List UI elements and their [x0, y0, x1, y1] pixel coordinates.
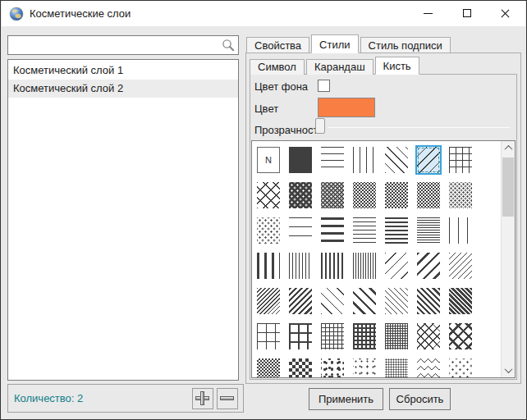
- scrollbar-thumb[interactable]: [502, 158, 514, 217]
- layer-list-item[interactable]: Косметический слой 2: [8, 80, 238, 98]
- pattern-swatch-light-vertical[interactable]: [449, 217, 472, 244]
- search-input[interactable]: [8, 36, 218, 54]
- apply-button[interactable]: Применить: [309, 388, 383, 410]
- reset-button[interactable]: Сбросить: [389, 388, 451, 410]
- cosmetic-layers-dialog: Косметические слои Косметический слой 1К…: [0, 0, 527, 420]
- brush-pattern-grid: N: [252, 141, 501, 378]
- pattern-swatch-large-checker[interactable]: [289, 358, 312, 378]
- pattern-swatch-light-bdiag[interactable]: [321, 288, 344, 314]
- color-label: Цвет: [254, 103, 278, 115]
- pattern-swatch-dense-vertical[interactable]: [353, 253, 376, 279]
- tab-styles[interactable]: Стили: [311, 34, 358, 53]
- pattern-swatch-diagonal-cross[interactable]: [257, 182, 280, 208]
- pattern-swatch-light-horizontal[interactable]: [289, 217, 312, 244]
- tab-pencil[interactable]: Карандаш: [306, 59, 373, 75]
- pattern-swatch-dense-horizontal[interactable]: [417, 217, 440, 244]
- brush-pattern-panel: N: [251, 140, 516, 378]
- pattern-swatch-forward-diagonal[interactable]: [417, 147, 440, 173]
- pattern-swatch-none[interactable]: N: [257, 147, 280, 173]
- pattern-swatch-backward-diagonal[interactable]: [385, 147, 408, 173]
- pattern-swatch-narrow-vertical[interactable]: [289, 253, 312, 279]
- pattern-swatch-horizontal[interactable]: [321, 147, 344, 173]
- pattern-swatch-small-checker[interactable]: [257, 358, 280, 378]
- pattern-swatch-dense-bdiag[interactable]: [449, 288, 472, 314]
- brush-tab-page: Цвет фона Цвет Прозрачность N: [250, 74, 517, 380]
- pattern-swatch-narrow-bdiag[interactable]: [385, 288, 408, 314]
- pattern-swatch-cross[interactable]: [449, 147, 472, 173]
- pattern-swatch-percent80[interactable]: [321, 182, 344, 208]
- pattern-swatch-percent05[interactable]: [257, 217, 280, 244]
- scroll-up-button[interactable]: [502, 141, 516, 155]
- pattern-swatch-narrow-horizontal[interactable]: [353, 217, 376, 244]
- pattern-swatch-dense-fdiag[interactable]: [257, 288, 280, 314]
- minimize-icon: [424, 13, 433, 14]
- bg-color-checkbox[interactable]: [318, 80, 330, 92]
- close-icon: [500, 8, 511, 19]
- titlebar: Косметические слои: [2, 1, 525, 26]
- opacity-slider-thumb[interactable]: [315, 118, 325, 134]
- pattern-swatch-small-diagonal-cross[interactable]: [417, 323, 440, 349]
- search-box: [7, 35, 239, 55]
- close-button[interactable]: [488, 1, 522, 25]
- minimize-button[interactable]: [410, 1, 445, 25]
- pattern-swatch-percent50[interactable]: [385, 182, 408, 208]
- chevron-down-icon: [505, 365, 513, 373]
- pattern-swatch-vertical[interactable]: [353, 147, 376, 173]
- chevron-up-icon: [505, 145, 513, 153]
- globe-icon: [9, 7, 24, 21]
- opacity-label: Прозрачность: [254, 124, 323, 136]
- pattern-swatch-divot[interactable]: [417, 358, 440, 378]
- pattern-swatch-small-confetti[interactable]: [353, 358, 376, 378]
- pattern-swatch-dotted-diamond[interactable]: [449, 358, 472, 378]
- pattern-swatch-thick-diagonal-cross[interactable]: [449, 323, 472, 349]
- layer-count-label: Количество: 2: [14, 385, 83, 412]
- add-layer-button[interactable]: [192, 388, 213, 409]
- pattern-swatch-wide-bdiag[interactable]: [353, 288, 376, 314]
- pattern-swatch-percent30[interactable]: [417, 182, 440, 208]
- pattern-swatch-small-grid[interactable]: [321, 323, 344, 349]
- pattern-swatch-dark-bdiag[interactable]: [417, 288, 440, 314]
- pattern-swatch-dense-grid[interactable]: [385, 323, 408, 349]
- search-icon: [222, 39, 235, 52]
- opacity-slider-track[interactable]: [328, 127, 510, 128]
- tab-symbol[interactable]: Символ: [250, 59, 305, 75]
- pattern-swatch-thick-large-grid[interactable]: [289, 323, 312, 349]
- scroll-down-button[interactable]: [502, 363, 516, 377]
- pattern-swatch-dark-horizontal[interactable]: [385, 217, 408, 244]
- pattern-swatch-thick-vertical[interactable]: [257, 253, 280, 279]
- styles-tab-page: Символ Карандаш Кисть Цвет фона Цвет Про…: [245, 52, 521, 384]
- style-tab-strip: Символ Карандаш Кисть: [250, 56, 421, 74]
- layer-list-footer: Количество: 2: [7, 384, 244, 413]
- maximize-button[interactable]: [450, 1, 484, 25]
- bg-color-label: Цвет фона: [254, 80, 308, 93]
- pattern-swatch-percent90[interactable]: [289, 182, 312, 208]
- window-title: Косметические слои: [30, 1, 131, 26]
- tab-properties[interactable]: Свойства: [246, 37, 309, 53]
- remove-layer-button[interactable]: [217, 388, 238, 409]
- pattern-scrollbar[interactable]: [501, 141, 515, 377]
- pattern-swatch-narrow-fdiag[interactable]: [449, 253, 472, 279]
- pattern-swatch-large-grid[interactable]: [257, 323, 280, 349]
- layer-list: Косметический слой 1Косметический слой 2: [7, 59, 239, 381]
- pattern-swatch-wide-fdiag[interactable]: [417, 253, 440, 279]
- pattern-swatch-dark-fdiag[interactable]: [289, 288, 312, 314]
- pattern-swatch-large-confetti[interactable]: [321, 358, 344, 378]
- layer-list-item[interactable]: Косметический слой 1: [8, 62, 238, 80]
- pattern-swatch-dark-vertical[interactable]: [321, 253, 344, 279]
- pattern-swatch-dark-small-grid[interactable]: [353, 323, 376, 349]
- minus-icon: [220, 396, 234, 400]
- tab-brush[interactable]: Кисть: [375, 57, 419, 75]
- pattern-swatch-percent70[interactable]: [353, 182, 376, 208]
- tab-label-style[interactable]: Стиль подписи: [360, 37, 451, 53]
- color-swatch[interactable]: [318, 98, 375, 117]
- pattern-swatch-percent20[interactable]: [449, 182, 472, 208]
- pattern-swatch-dotted-grid[interactable]: [385, 358, 408, 378]
- pattern-swatch-light-fdiag[interactable]: [385, 253, 408, 279]
- main-tab-strip: Свойства Стили Стиль подписи: [246, 34, 452, 52]
- pattern-swatch-solid[interactable]: [289, 147, 312, 173]
- maximize-icon: [463, 9, 471, 17]
- pattern-swatch-thick-horizontal[interactable]: [321, 217, 344, 244]
